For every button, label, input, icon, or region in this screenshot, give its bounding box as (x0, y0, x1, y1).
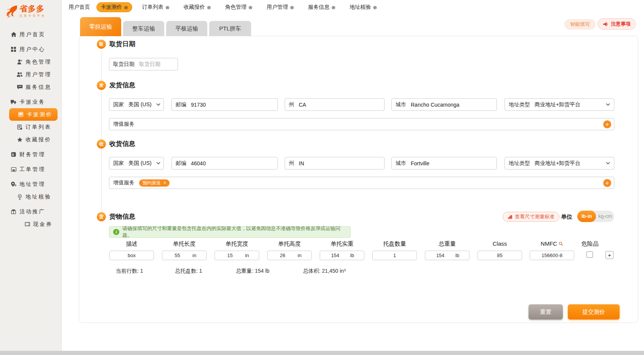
col-header-height: 单托高度 (267, 240, 312, 248)
destination-vas-row[interactable]: 增值服务 预约派送 × + (109, 177, 614, 189)
unit-toggle[interactable]: lb-in kg-cm (577, 211, 614, 222)
cargo-section-badge: 货 (97, 212, 106, 221)
add-row-button[interactable]: + (606, 251, 614, 259)
destination-section-title: 收货信息 (109, 139, 135, 149)
col-header-hazmat: 危险品 (575, 240, 604, 248)
unit-label: 单位 (561, 213, 572, 221)
brand-logo[interactable]: 省多多 北美卡车平台 (5, 5, 46, 18)
sidebar-item-service-info[interactable]: 服务信息 (0, 81, 61, 93)
tab-ltl-freight[interactable]: 零担运输 (80, 17, 121, 36)
nav-tab-address-verify[interactable]: 地址核验 ⊗ (345, 2, 381, 12)
hazmat-checkbox[interactable] (586, 251, 593, 258)
summary-total-pallets: 总托盘数: 1 (175, 268, 202, 275)
sidebar-item-address-management[interactable]: 地址管理 (0, 178, 61, 190)
remove-tag-icon[interactable]: × (163, 180, 166, 185)
pickup-section-badge: 取 (97, 40, 106, 49)
address-manage-icon (11, 181, 16, 187)
origin-country-select[interactable]: 国家 美国 (US) (109, 98, 164, 111)
nav-tab-user-management[interactable]: 用户管理 ⊗ (263, 2, 298, 12)
chevron-down-icon (156, 162, 160, 165)
chevron-down-icon (606, 162, 610, 165)
home-icon (11, 32, 16, 37)
weight-input[interactable]: 154lb (320, 251, 364, 260)
close-icon[interactable]: ⊗ (165, 5, 170, 10)
submit-quote-button[interactable]: 提交测价 (568, 304, 620, 320)
origin-zip-input[interactable]: 邮编 91730 (171, 98, 278, 111)
close-icon[interactable]: ⊗ (290, 5, 294, 10)
nav-tab-role-management[interactable]: 角色管理 ⊗ (221, 2, 257, 12)
sidebar-item-user-management[interactable]: 用户管理 (0, 68, 61, 81)
nav-item-user-home[interactable]: 用户首页 (68, 3, 91, 12)
close-icon[interactable]: ⊗ (124, 5, 128, 10)
tab-flatbed-freight[interactable]: 平板运输 (166, 21, 207, 36)
nav-tab-order-list[interactable]: 订单列表 ⊗ (138, 2, 174, 12)
nmfc-input[interactable]: 156600-8 (530, 251, 574, 260)
summary-total-volume: 总体积: 21,450 in³ (303, 268, 346, 275)
class-input[interactable]: 85 (477, 251, 522, 260)
brand-name: 省多多 (19, 5, 46, 13)
notice-button[interactable]: 注意事项 (598, 18, 636, 30)
pickup-date-input[interactable]: 取货日期 取货日期 (109, 58, 178, 70)
sidebar-item-role-management[interactable]: 角色管理 (0, 56, 61, 68)
col-header-class: Class (477, 240, 522, 247)
sidebar-item-saved-quotes[interactable]: 收藏报价 (0, 133, 61, 146)
nav-tab-kapai-pricing[interactable]: 卡派测价 ⊗ (96, 2, 132, 12)
sidebar-item-finance-management[interactable]: $ 财务管理 (0, 148, 61, 161)
location-pin-icon (17, 194, 22, 200)
search-icon[interactable] (559, 241, 563, 246)
reset-button[interactable]: 重置 (529, 304, 563, 320)
unit-option-lb-in[interactable]: lb-in (577, 211, 596, 222)
brand-tagline: 北美卡车平台 (19, 14, 46, 18)
role-icon (17, 59, 22, 65)
measure-standard-button[interactable]: 查看尺寸测量标准 (503, 212, 559, 222)
destination-country-select[interactable]: 国家 美国 (US) (109, 157, 164, 170)
add-vas-button[interactable]: + (603, 179, 611, 187)
sidebar-item-order-list[interactable]: 订单列表 (0, 121, 61, 133)
sidebar-item-user-center[interactable]: 用户中心 (0, 43, 61, 56)
destination-zip-input[interactable]: 邮编 46040 (171, 157, 278, 170)
length-input[interactable]: 55in (162, 251, 207, 260)
origin-address-type-select[interactable]: 地址类型 商业地址+卸货平台 (505, 98, 614, 111)
tab-ftl-freight[interactable]: 整车运输 (123, 21, 164, 36)
sidebar-item-cash-coupon[interactable]: 现金券 (0, 218, 61, 230)
smart-fill-button[interactable]: 智能填写 (564, 19, 596, 30)
sidebar-item-workorder-management[interactable]: 工单管理 (0, 163, 61, 176)
users-icon (17, 72, 22, 77)
destination-address-type-select[interactable]: 地址类型 商业地址+卸货平台 (505, 157, 614, 170)
chevron-down-icon (606, 103, 610, 106)
sidebar-item-address-verify[interactable]: 地址核验 (0, 190, 61, 203)
total-weight-input[interactable]: 154lb (425, 251, 469, 260)
height-input[interactable]: 26in (267, 251, 312, 260)
ruler-icon (508, 214, 513, 219)
gift-icon (11, 209, 16, 214)
origin-state-input[interactable]: 州 CA (285, 98, 384, 111)
description-input[interactable]: box (109, 251, 154, 260)
destination-city-input[interactable]: 城市 Fortville (391, 157, 497, 170)
col-header-nmfc: NMFC (530, 240, 574, 247)
star-icon (17, 137, 22, 142)
unit-option-kg-cm[interactable]: kg-cm (596, 211, 614, 222)
sidebar: 省多多 北美卡车平台 用户首页 用户中心 角色管理 用户管理 服务信息 卡派业务 (0, 0, 62, 355)
origin-vas-row[interactable]: 增值服务 + (109, 118, 614, 130)
close-icon[interactable]: ⊗ (207, 5, 211, 10)
tab-ptl-pool[interactable]: PTL拼车 (209, 21, 251, 36)
sidebar-item-kapai-pricing[interactable]: 卡派测价 (9, 108, 58, 121)
pallet-qty-input[interactable]: 1 (372, 251, 417, 260)
vas-tag-appointment-delivery[interactable]: 预约派送 × (139, 179, 170, 187)
nav-tab-service-info[interactable]: 服务信息 ⊗ (304, 2, 340, 12)
origin-city-input[interactable]: 城市 Rancho Cucamonga (391, 98, 497, 111)
sidebar-item-kapai-business[interactable]: 卡派业务 (0, 96, 61, 108)
megaphone-icon (603, 22, 609, 27)
close-icon[interactable]: ⊗ (248, 5, 253, 10)
close-icon[interactable]: ⊗ (373, 5, 377, 10)
width-input[interactable]: 15in (215, 251, 259, 260)
finance-icon: $ (11, 152, 16, 157)
nav-tab-saved-quotes[interactable]: 收藏报价 ⊗ (179, 2, 215, 12)
col-header-weight: 单托实重 (320, 240, 364, 248)
truck-icon (11, 99, 16, 105)
sidebar-item-promotion[interactable]: 活动推广 (0, 205, 61, 218)
destination-state-input[interactable]: 州 IN (285, 157, 384, 170)
sidebar-item-user-home[interactable]: 用户首页 (0, 28, 61, 41)
close-icon[interactable]: ⊗ (332, 5, 336, 10)
add-vas-button[interactable]: + (603, 120, 611, 128)
